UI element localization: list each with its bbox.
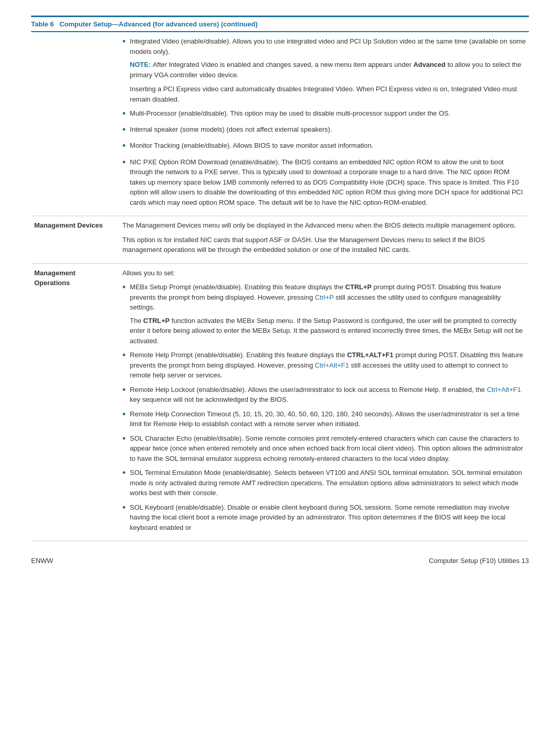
- row-content: The Management Devices menu will only be…: [119, 216, 529, 264]
- content-block: This option is for installed NIC cards t…: [122, 235, 526, 255]
- list-item: •SOL Character Echo (enable/disable). So…: [122, 433, 526, 464]
- bullet-main-text: Internal speaker (some models) (does not…: [130, 124, 526, 135]
- bullet-main-text: Remote Help Connection Timeout (5, 10, 1…: [130, 409, 526, 429]
- list-item: •MEBx Setup Prompt (enable/disable). Ena…: [122, 282, 526, 346]
- bullet-main-text: Remote Help Lockout (enable/disable). Al…: [130, 385, 526, 405]
- bullet-content: NIC PXE Option ROM Download (enable/disa…: [130, 157, 526, 208]
- bullet-dot-icon: •: [122, 139, 125, 152]
- bullet-sub-text: Inserting a PCI Express video card autom…: [130, 84, 526, 104]
- bullet-content: Internal speaker (some models) (does not…: [130, 124, 526, 135]
- footer-left: ENWW: [31, 557, 53, 565]
- bullet-content: Multi-Processor (enable/disable). This o…: [130, 108, 526, 119]
- table-header: Table 6 Computer Setup—Advanced (for adv…: [31, 16, 529, 32]
- bullet-dot-icon: •: [122, 467, 125, 480]
- table-title: Computer Setup—Advanced (for advanced us…: [60, 20, 258, 28]
- bullet-content: Integrated Video (enable/disable). Allow…: [130, 36, 526, 104]
- bullet-content: SOL Terminal Emulation Mode (enable/disa…: [130, 468, 526, 498]
- list-item: •Remote Help Prompt (enable/disable). En…: [122, 350, 526, 381]
- bullet-content: Remote Help Connection Timeout (5, 10, 1…: [130, 409, 526, 429]
- list-item: •SOL Terminal Emulation Mode (enable/dis…: [122, 468, 526, 498]
- bullet-dot-icon: •: [122, 281, 125, 294]
- bullet-main-text: Monitor Tracking (enable/disable). Allow…: [130, 140, 526, 151]
- bullet-content: MEBx Setup Prompt (enable/disable). Enab…: [130, 282, 526, 346]
- note-block: NOTE: After Integrated Video is enabled …: [130, 60, 526, 80]
- list-item: •Monitor Tracking (enable/disable). Allo…: [122, 140, 526, 152]
- content-block: The Management Devices menu will only be…: [122, 220, 526, 231]
- bullet-dot-icon: •: [122, 384, 125, 397]
- row-content: •Integrated Video (enable/disable). Allo…: [119, 32, 529, 216]
- bullet-main-text: Remote Help Prompt (enable/disable). Ena…: [130, 350, 526, 381]
- bullet-main-text: Multi-Processor (enable/disable). This o…: [130, 108, 526, 119]
- list-item: •SOL Keyboard (enable/disable). Disable …: [122, 502, 526, 533]
- bullet-main-text: Integrated Video (enable/disable). Allow…: [130, 36, 526, 57]
- list-item: •Multi-Processor (enable/disable). This …: [122, 108, 526, 120]
- bullet-content: Remote Help Lockout (enable/disable). Al…: [130, 385, 526, 405]
- list-item: •Internal speaker (some models) (does no…: [122, 124, 526, 136]
- list-item: •NIC PXE Option ROM Download (enable/dis…: [122, 157, 526, 208]
- table-row: •Integrated Video (enable/disable). Allo…: [31, 32, 529, 216]
- row-label: Management Devices: [31, 216, 119, 264]
- bullet-list: •MEBx Setup Prompt (enable/disable). Ena…: [122, 282, 526, 532]
- bullet-dot-icon: •: [122, 35, 125, 48]
- bullet-dot-icon: •: [122, 107, 125, 120]
- footer-right: Computer Setup (F10) Utilities 13: [429, 557, 529, 565]
- bullet-main-text: SOL Keyboard (enable/disable). Disable o…: [130, 502, 526, 533]
- bullet-dot-icon: •: [122, 408, 125, 421]
- bullet-sub-text: The CTRL+P function activates the MEBx S…: [130, 316, 526, 346]
- table-row: ManagementOperationsAllows you to set:•M…: [31, 263, 529, 541]
- bullet-dot-icon: •: [122, 123, 125, 136]
- bullet-dot-icon: •: [122, 432, 125, 445]
- note-text: NOTE: After Integrated Video is enabled …: [130, 60, 526, 80]
- table-label: Table 6: [31, 20, 54, 28]
- table-row: Management DevicesThe Management Devices…: [31, 216, 529, 264]
- bullet-list: •Integrated Video (enable/disable). Allo…: [122, 36, 526, 207]
- row-label: [31, 32, 119, 216]
- bullet-content: Monitor Tracking (enable/disable). Allow…: [130, 140, 526, 151]
- bullet-content: Remote Help Prompt (enable/disable). Ena…: [130, 350, 526, 381]
- list-item: •Remote Help Connection Timeout (5, 10, …: [122, 409, 526, 429]
- bullet-dot-icon: •: [122, 501, 125, 514]
- intro-text: Allows you to set:: [122, 268, 526, 278]
- row-content: Allows you to set:•MEBx Setup Prompt (en…: [119, 263, 529, 541]
- list-item: •Integrated Video (enable/disable). Allo…: [122, 36, 526, 104]
- bullet-main-text: NIC PXE Option ROM Download (enable/disa…: [130, 157, 526, 208]
- bullet-dot-icon: •: [122, 156, 125, 169]
- bullet-main-text: MEBx Setup Prompt (enable/disable). Enab…: [130, 282, 526, 313]
- main-table: •Integrated Video (enable/disable). Allo…: [31, 32, 529, 541]
- note-label: NOTE:: [130, 61, 152, 68]
- bullet-content: SOL Character Echo (enable/disable). Som…: [130, 433, 526, 464]
- row-label: ManagementOperations: [31, 263, 119, 541]
- bullet-main-text: SOL Character Echo (enable/disable). Som…: [130, 433, 526, 464]
- bullet-content: SOL Keyboard (enable/disable). Disable o…: [130, 502, 526, 533]
- list-item: •Remote Help Lockout (enable/disable). A…: [122, 385, 526, 405]
- bullet-main-text: SOL Terminal Emulation Mode (enable/disa…: [130, 468, 526, 498]
- page-footer: ENWW Computer Setup (F10) Utilities 13: [31, 557, 529, 565]
- bullet-dot-icon: •: [122, 349, 125, 362]
